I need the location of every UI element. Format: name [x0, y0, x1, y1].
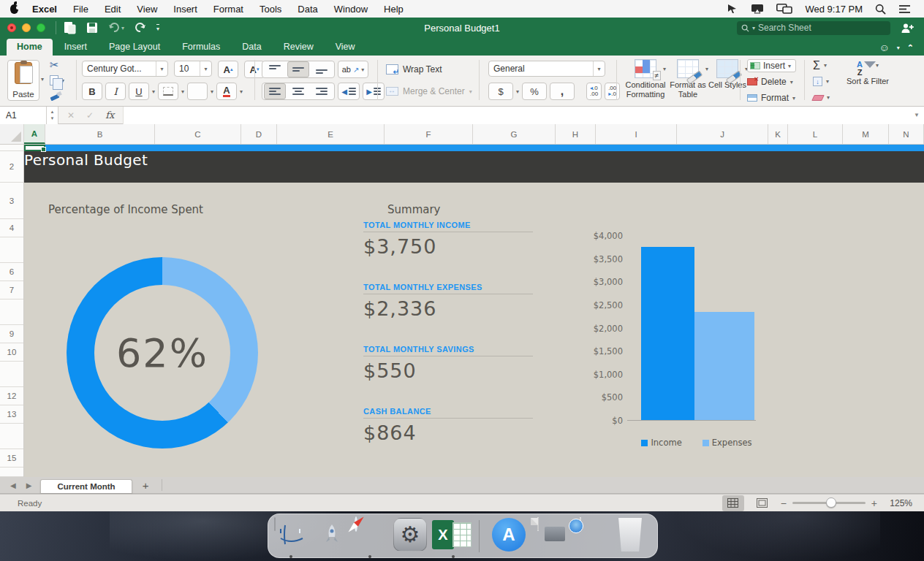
safari-dock-icon[interactable] [355, 516, 357, 532]
currency-caret[interactable]: ▾ [516, 88, 519, 95]
menu-help[interactable]: Help [376, 4, 412, 15]
paste-button[interactable]: Paste [7, 60, 39, 101]
insert-cells-button[interactable]: Insert▾ [744, 58, 799, 73]
orientation-button[interactable]: ab↗▾ [338, 61, 368, 78]
currency-button[interactable]: $ [488, 83, 513, 100]
align-middle-button[interactable] [287, 61, 309, 77]
menu-edit[interactable]: Edit [96, 4, 129, 15]
row-header-4[interactable]: 4 [0, 219, 23, 237]
ribbon-tab-page-layout[interactable]: Page Layout [99, 39, 170, 56]
sort-filter-button[interactable]: AZ▾ Sort & Filter [842, 60, 893, 86]
ribbon-tab-view[interactable]: View [325, 39, 366, 56]
trash-dock-icon[interactable] [616, 518, 644, 552]
column-header-I[interactable]: I [596, 124, 677, 144]
bar-income[interactable] [641, 247, 694, 420]
row-header-13[interactable]: 13 [0, 405, 23, 424]
increase-indent-button[interactable]: ▶ [363, 83, 385, 100]
title-banner[interactable] [24, 151, 924, 183]
webloc-document-dock-icon[interactable] [580, 517, 581, 531]
prev-sheet-button[interactable]: ◀ [10, 481, 16, 489]
displays-icon[interactable] [776, 4, 792, 14]
row-header-r1[interactable] [0, 145, 23, 151]
redo-button[interactable] [135, 23, 146, 33]
spotlight-search-icon[interactable] [875, 4, 886, 15]
add-sheet-button[interactable]: + [132, 479, 159, 492]
column-header-N[interactable]: N [889, 124, 924, 144]
menu-insert[interactable]: Insert [165, 4, 205, 15]
align-top-button[interactable] [264, 61, 286, 77]
underline-caret[interactable]: ▾ [152, 88, 155, 95]
bar-expenses[interactable] [694, 312, 754, 420]
borders-caret[interactable]: ▾ [181, 88, 184, 95]
page-layout-view-button[interactable] [751, 495, 773, 511]
autosum-button[interactable]: Σ▾ [813, 58, 830, 72]
column-header-F[interactable]: F [385, 124, 473, 144]
minimize-window-button[interactable] [22, 23, 31, 32]
comma-style-button[interactable]: , [550, 83, 575, 100]
feedback-smiley-icon[interactable]: ☺ [879, 42, 889, 53]
worksheet[interactable]: Personal Budget Percentage of Income Spe… [0, 145, 924, 477]
row-header-9[interactable]: 9 [0, 325, 23, 343]
row-header-2[interactable]: 2 [0, 151, 23, 183]
menu-data[interactable]: Data [289, 4, 325, 15]
app-store-dock-icon[interactable]: A [492, 518, 526, 552]
undo-button[interactable]: ▾ [108, 23, 124, 33]
apple-menu[interactable] [10, 4, 18, 14]
align-right-button[interactable] [311, 83, 333, 99]
name-box-stepper[interactable]: ▲▼ [47, 107, 58, 124]
format-cells-button[interactable]: Format▾ [744, 91, 799, 105]
airplay-display-icon[interactable] [751, 4, 764, 14]
align-center-button[interactable] [287, 83, 309, 99]
ribbon-tab-formulas[interactable]: Formulas [172, 39, 230, 56]
borders-button[interactable] [158, 83, 178, 100]
summary-item-3[interactable]: TOTAL MONTHLY SAVINGS$550 [363, 345, 533, 407]
menu-file[interactable]: File [65, 4, 96, 15]
close-window-button[interactable] [7, 23, 16, 32]
format-painter-button[interactable] [50, 89, 64, 102]
clear-button[interactable]: ▾ [813, 91, 830, 104]
customize-toolbar-button[interactable]: ▾ [156, 24, 159, 32]
share-people-icon[interactable] [901, 23, 914, 34]
font-color-caret[interactable]: ▾ [240, 88, 243, 95]
number-format-combo[interactable]: General▾ [488, 61, 605, 77]
underline-button[interactable]: U [129, 83, 149, 100]
legend-item-expenses[interactable]: Expenses [703, 438, 752, 448]
fill-color-caret[interactable]: ▾ [211, 88, 213, 95]
active-cell-a1[interactable] [24, 145, 45, 151]
fill-button[interactable]: ↓▾ [813, 75, 830, 88]
formula-input[interactable] [123, 107, 909, 124]
align-left-button[interactable] [264, 83, 286, 99]
zoom-in-button[interactable]: + [871, 497, 877, 509]
insert-function-button[interactable]: fx [105, 110, 114, 121]
cancel-entry-button[interactable]: ✕ [67, 110, 75, 121]
donut-chart[interactable]: 62% [67, 257, 258, 449]
search-sheet-input[interactable]: ▾ Search Sheet [737, 21, 890, 35]
row-header-10[interactable]: 10 [0, 343, 23, 362]
increase-decimal-button[interactable]: ◂.0.00 [586, 83, 602, 100]
ribbon-tab-home[interactable]: Home [7, 39, 53, 56]
column-header-K[interactable]: K [768, 124, 788, 144]
name-box[interactable]: A1 [0, 107, 47, 124]
menu-bar-clock[interactable]: Wed 9:17 PM [805, 4, 863, 15]
delete-cells-button[interactable]: Delete▾ [744, 75, 799, 89]
fill-color-button[interactable] [187, 83, 208, 100]
system-preferences-dock-icon[interactable]: ⚙ [393, 518, 427, 552]
search-scope-caret[interactable]: ▾ [752, 25, 755, 31]
font-name-combo[interactable]: Century Got...▾ [82, 61, 168, 77]
remote-cursor-icon[interactable] [727, 4, 738, 14]
column-header-J[interactable]: J [677, 124, 768, 144]
row-header-r16[interactable] [0, 468, 23, 477]
disk-image-document-dock-icon[interactable] [537, 517, 539, 531]
new-workbook-button[interactable] [64, 21, 76, 34]
font-size-combo[interactable]: 10▾ [174, 61, 212, 77]
bold-button[interactable]: B [82, 83, 102, 100]
zoom-percentage[interactable]: 125% [885, 498, 912, 508]
row-header-7[interactable]: 7 [0, 281, 23, 299]
italic-button[interactable]: I [105, 83, 126, 100]
decrease-decimal-button[interactable]: .00▸.0 [605, 83, 620, 100]
summary-item-1[interactable]: TOTAL MONTHLY INCOME$3,750 [363, 221, 533, 283]
row1-blue-band[interactable] [24, 145, 924, 151]
feedback-caret[interactable]: ▾ [897, 45, 900, 51]
row-header-6[interactable]: 6 [0, 263, 23, 281]
column-header-B[interactable]: B [45, 124, 155, 144]
